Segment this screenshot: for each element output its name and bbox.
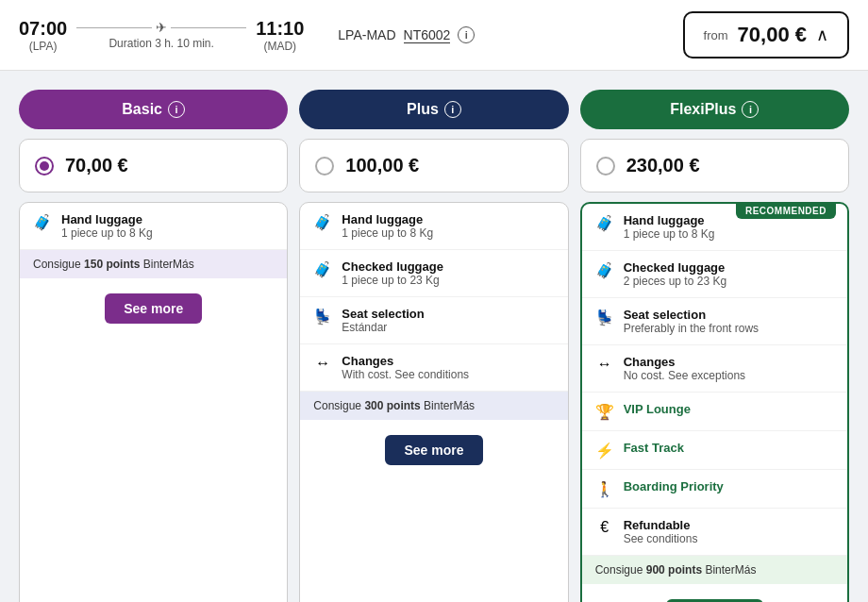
flexi-seat-icon: 💺 bbox=[595, 309, 614, 326]
flexi-feature-subtitle-3: No cost. See exceptions bbox=[624, 369, 745, 382]
plus-see-more-wrapper: See more bbox=[300, 420, 567, 480]
flexiplus-column: FlexiPlus i 230,00 € RECOMMENDED 🧳 Hand … bbox=[580, 90, 849, 602]
plus-feature-title-3: Changes bbox=[342, 354, 469, 368]
recommended-badge: RECOMMENDED bbox=[736, 203, 836, 219]
plus-feature-text-0: Hand luggage 1 piece up to 8 Kg bbox=[342, 212, 433, 240]
basic-price-card[interactable]: 70,00 € bbox=[19, 139, 288, 192]
plus-column: Plus i 100,00 € 🧳 Hand luggage 1 piece u… bbox=[299, 90, 568, 602]
plus-feature-title-0: Hand luggage bbox=[342, 212, 433, 226]
flexi-feature-title-7: Refundable bbox=[624, 518, 698, 532]
flexi-feature-title-3: Changes bbox=[624, 355, 745, 369]
arrival-time-block: 11:10 (MAD) bbox=[256, 18, 304, 53]
flexi-feature-title-2: Seat selection bbox=[624, 308, 759, 322]
plus-features: 🧳 Hand luggage 1 piece up to 8 Kg 🧳 Chec… bbox=[299, 202, 568, 602]
basic-feature-subtitle-0: 1 piece up to 8 Kg bbox=[61, 226, 153, 240]
flexi-feature-title-6: Boarding Priority bbox=[624, 479, 724, 493]
from-label: from bbox=[704, 28, 728, 42]
basic-column: Basic i 70,00 € 🧳 Hand luggage 1 piece u… bbox=[19, 90, 288, 602]
plus-see-more-button[interactable]: See more bbox=[385, 435, 482, 465]
flexi-boarding-icon: 🚶 bbox=[595, 480, 614, 498]
flexi-fasttrack-icon: ⚡ bbox=[595, 442, 614, 460]
plus-points-text: Consigue 300 points BinterMás bbox=[313, 399, 475, 412]
flexi-see-more-wrapper: See more bbox=[582, 584, 847, 602]
departure-airport: (LPA) bbox=[19, 40, 67, 53]
flexi-vip-icon: 🏆 bbox=[595, 403, 614, 421]
plus-feature-title-2: Seat selection bbox=[342, 307, 424, 321]
basic-see-more-button[interactable]: See more bbox=[105, 293, 202, 324]
basic-feature-title-0: Hand luggage bbox=[61, 212, 153, 226]
flight-info-icon[interactable]: i bbox=[458, 26, 475, 43]
price-box[interactable]: from 70,00 € ∧ bbox=[683, 11, 849, 59]
flexiplus-label: FlexiPlus bbox=[670, 101, 736, 118]
flexi-feature-text-5: Fast Track bbox=[624, 441, 684, 455]
flexi-feature-4: 🏆 VIP Lounge bbox=[582, 393, 847, 431]
flight-number[interactable]: NT6002 bbox=[404, 27, 451, 43]
plus-changes-icon: ↔ bbox=[313, 355, 332, 372]
route-info: LPA-MAD NT6002 i bbox=[338, 26, 475, 43]
arrival-time: 11:10 bbox=[256, 18, 304, 40]
flexi-hand-luggage-icon: 🧳 bbox=[595, 214, 614, 232]
flexi-feature-title-0: Hand luggage bbox=[624, 213, 715, 227]
departure-time: 07:00 bbox=[19, 18, 67, 40]
basic-info-icon[interactable]: i bbox=[168, 101, 185, 118]
departure-time-block: 07:00 (LPA) bbox=[19, 18, 67, 53]
flexi-checked-luggage-icon: 🧳 bbox=[595, 261, 614, 279]
basic-points-text: Consigue 150 points BinterMás bbox=[33, 258, 194, 271]
header-price: 70,00 € bbox=[738, 23, 807, 47]
plus-feature-text-3: Changes With cost. See conditions bbox=[342, 354, 469, 381]
plus-info-icon[interactable]: i bbox=[444, 101, 461, 118]
plus-feature-subtitle-2: Estándar bbox=[342, 321, 424, 334]
plus-feature-1: 🧳 Checked luggage 1 piece up to 23 Kg bbox=[300, 250, 567, 297]
chevron-up-icon: ∧ bbox=[816, 25, 828, 45]
flexi-feature-1: 🧳 Checked luggage 2 pieces up to 23 Kg bbox=[582, 251, 847, 298]
line-right bbox=[171, 27, 246, 28]
main-content: Basic i 70,00 € 🧳 Hand luggage 1 piece u… bbox=[0, 71, 868, 602]
plus-feature-subtitle-3: With cost. See conditions bbox=[342, 368, 469, 381]
basic-luggage-icon: 🧳 bbox=[33, 213, 52, 231]
flexi-feature-text-6: Boarding Priority bbox=[624, 479, 724, 493]
flexi-feature-5: ⚡ Fast Track bbox=[582, 431, 847, 470]
flexi-feature-7: € Refundable See conditions bbox=[582, 509, 847, 556]
flexi-feature-2: 💺 Seat selection Preferably in the front… bbox=[582, 298, 847, 345]
flexi-refund-icon: € bbox=[595, 519, 614, 536]
flexi-feature-text-0: Hand luggage 1 piece up to 8 Kg bbox=[624, 213, 715, 241]
basic-points-bar: Consigue 150 points BinterMás bbox=[20, 250, 287, 278]
plus-hand-luggage-icon: 🧳 bbox=[313, 213, 332, 231]
flexi-feature-3: ↔ Changes No cost. See exceptions bbox=[582, 345, 847, 393]
flexiplus-features: RECOMMENDED 🧳 Hand luggage 1 piece up to… bbox=[580, 202, 849, 602]
plus-feature-0: 🧳 Hand luggage 1 piece up to 8 Kg bbox=[300, 203, 567, 250]
flexiplus-price: 230,00 € bbox=[626, 155, 700, 176]
plus-feature-subtitle-0: 1 piece up to 8 Kg bbox=[342, 226, 433, 240]
flight-info: 07:00 (LPA) ✈ Duration 3 h. 10 min. 11:1… bbox=[19, 18, 475, 53]
flexi-feature-text-7: Refundable See conditions bbox=[624, 518, 698, 545]
plus-label: Plus bbox=[407, 101, 439, 118]
basic-header: Basic i bbox=[19, 90, 288, 129]
route-text: LPA-MAD bbox=[338, 27, 395, 42]
basic-see-more-wrapper: See more bbox=[20, 278, 287, 339]
flexi-feature-text-1: Checked luggage 2 pieces up to 23 Kg bbox=[624, 260, 726, 288]
flexiplus-info-icon[interactable]: i bbox=[742, 101, 759, 118]
flexiplus-header: FlexiPlus i bbox=[580, 90, 849, 129]
flexi-feature-text-3: Changes No cost. See exceptions bbox=[624, 355, 745, 382]
arrival-airport: (MAD) bbox=[256, 40, 304, 53]
plus-price-card[interactable]: 100,00 € bbox=[299, 139, 568, 192]
flexiplus-price-card[interactable]: 230,00 € bbox=[580, 139, 849, 192]
plus-feature-text-1: Checked luggage 1 piece up to 23 Kg bbox=[342, 259, 443, 287]
basic-price: 70,00 € bbox=[65, 155, 128, 176]
flexi-feature-subtitle-1: 2 pieces up to 23 Kg bbox=[624, 275, 726, 288]
flexiplus-radio[interactable] bbox=[596, 157, 615, 176]
plus-feature-3: ↔ Changes With cost. See conditions bbox=[300, 344, 567, 392]
flexi-feature-text-4: VIP Lounge bbox=[624, 402, 691, 416]
plus-radio[interactable] bbox=[315, 157, 334, 176]
plus-price: 100,00 € bbox=[345, 155, 419, 176]
basic-features: 🧳 Hand luggage 1 piece up to 8 Kg Consig… bbox=[19, 202, 288, 602]
plus-feature-2: 💺 Seat selection Estándar bbox=[300, 297, 567, 344]
basic-radio[interactable] bbox=[35, 157, 54, 176]
plus-seat-icon: 💺 bbox=[313, 308, 332, 326]
plus-feature-subtitle-1: 1 piece up to 23 Kg bbox=[342, 274, 443, 287]
basic-label: Basic bbox=[122, 101, 162, 118]
top-bar: 07:00 (LPA) ✈ Duration 3 h. 10 min. 11:1… bbox=[0, 0, 868, 71]
flexi-changes-icon: ↔ bbox=[595, 356, 614, 373]
flexi-feature-subtitle-7: See conditions bbox=[624, 532, 698, 545]
plus-feature-title-1: Checked luggage bbox=[342, 259, 443, 274]
